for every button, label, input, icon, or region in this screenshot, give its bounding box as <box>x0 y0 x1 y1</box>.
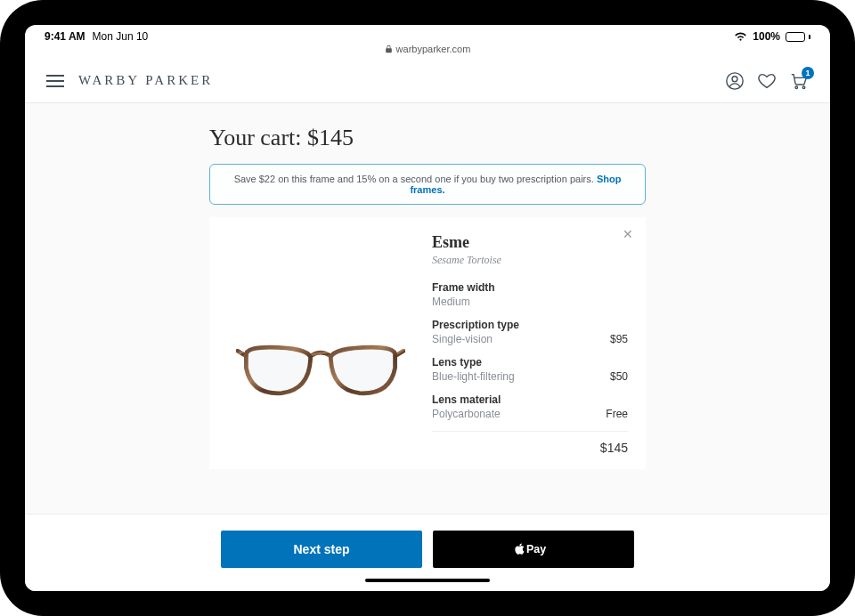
status-time: 9:41 AM <box>45 30 86 43</box>
screen: 9:41 AM Mon Jun 10 100% warbyparker.com <box>25 25 830 591</box>
product-color: Sesame Tortoise <box>432 254 628 267</box>
product-name: Esme <box>432 233 628 252</box>
brand-logo[interactable]: WARBY PARKER <box>78 73 213 88</box>
product-image <box>227 233 414 455</box>
svg-point-2 <box>795 86 798 89</box>
cart-icon[interactable]: 1 <box>789 71 809 91</box>
product-specs: Frame widthMediumPrescription typeSingle… <box>432 281 628 420</box>
battery-icon <box>786 32 810 42</box>
battery-percent: 100% <box>753 30 780 43</box>
spec-row: Frame widthMedium <box>432 281 628 308</box>
item-total-row: $145 <box>432 431 628 455</box>
promo-text: Save $22 on this frame and 15% on a seco… <box>234 174 597 184</box>
cart-count-badge: 1 <box>802 67 814 79</box>
spec-label: Lens material <box>432 393 628 406</box>
spec-label: Lens type <box>432 356 628 369</box>
account-icon[interactable] <box>725 71 745 91</box>
spec-label: Frame width <box>432 281 628 294</box>
site-header: WARBY PARKER 1 <box>25 59 830 103</box>
spec-row: Lens typeBlue-light-filtering$50 <box>432 356 628 383</box>
spec-value: Polycarbonate <box>432 408 501 420</box>
product-details: Esme Sesame Tortoise Frame widthMediumPr… <box>432 233 628 455</box>
svg-text:Pay: Pay <box>526 543 546 555</box>
cart-item-card: ✕ <box>209 217 646 469</box>
wifi-icon <box>734 32 747 42</box>
status-date: Mon Jun 10 <box>93 30 149 43</box>
apple-pay-logo-icon: Pay <box>514 540 553 558</box>
spec-price: $95 <box>610 333 628 345</box>
menu-icon[interactable] <box>46 75 64 87</box>
close-icon[interactable]: ✕ <box>623 228 633 240</box>
spec-value: Medium <box>432 296 470 308</box>
next-step-button[interactable]: Next step <box>221 531 422 568</box>
svg-point-3 <box>802 86 805 89</box>
spec-label: Prescription type <box>432 319 628 331</box>
promo-banner: Save $22 on this frame and 15% on a seco… <box>209 164 646 205</box>
svg-point-1 <box>732 76 737 81</box>
spec-row: Prescription typeSingle-vision$95 <box>432 319 628 345</box>
apple-pay-button[interactable]: Pay <box>433 531 634 568</box>
favorites-icon[interactable] <box>757 71 777 91</box>
item-total: $145 <box>600 441 628 455</box>
home-indicator[interactable] <box>365 579 490 582</box>
tablet-bezel: 9:41 AM Mon Jun 10 100% warbyparker.com <box>0 0 855 616</box>
spec-price: $50 <box>610 370 628 383</box>
spec-value: Single-vision <box>432 333 493 345</box>
spec-price: Free <box>606 408 628 420</box>
spec-row: Lens materialPolycarbonateFree <box>432 393 628 420</box>
spec-value: Blue-light-filtering <box>432 370 515 383</box>
lock-icon <box>385 45 393 53</box>
browser-url-bar[interactable]: warbyparker.com <box>25 43 830 55</box>
main-content: Your cart: $145 Save $22 on this frame a… <box>25 103 830 514</box>
page-title: Your cart: $145 <box>209 125 646 151</box>
url-host: warbyparker.com <box>396 44 471 54</box>
